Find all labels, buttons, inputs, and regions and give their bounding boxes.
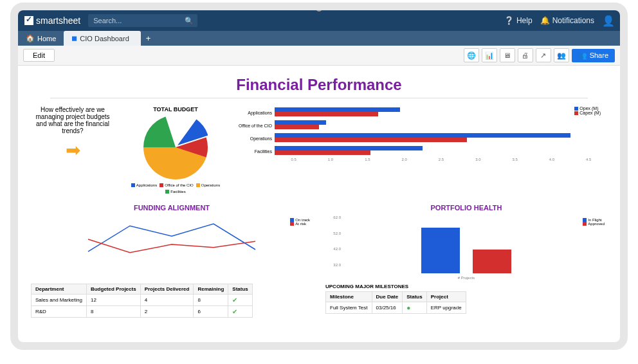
people-icon: 👥 [578, 51, 587, 60]
question-block: How effectively are we managing project … [31, 106, 114, 194]
add-tab-button[interactable]: + [141, 31, 156, 46]
table-header: Projects Delivered [140, 284, 194, 295]
home-icon: 🏠 [26, 34, 35, 42]
help-icon: ❔ [504, 16, 514, 25]
hbar-row: Facilities [237, 145, 607, 158]
search-input[interactable] [88, 14, 197, 27]
table-header: Project [426, 292, 466, 302]
brand-logo[interactable]: smartsheet [24, 15, 80, 26]
help-link[interactable]: ❔ Help [504, 16, 533, 25]
globe-icon[interactable]: 🌐 [464, 48, 479, 62]
avatar[interactable]: 👤 [602, 15, 614, 26]
status-ok-icon: ✔ [232, 296, 237, 304]
table-header: Status [228, 284, 252, 295]
table-header: Remaining [194, 284, 228, 295]
monitor-icon[interactable]: 🖥 [500, 48, 515, 62]
table-header: Due Date [372, 292, 403, 302]
funding-line-chart [31, 215, 313, 273]
milestones-title: UPCOMING MAJOR MILESTONES [325, 284, 607, 289]
total-budget-chart: TOTAL BUDGET [127, 106, 224, 194]
arrow-right-icon: ➡ [31, 140, 114, 161]
tab-cio-dashboard[interactable]: ◼ CIO Dashboard [64, 31, 140, 46]
portfolio-bar-chart: 62.052.042.032.0 In Flight Approved # Pr… [325, 215, 607, 273]
department-table-wrap: DepartmentBudgeted ProjectsProjects Deli… [31, 284, 313, 318]
question-text: How effectively are we managing project … [31, 106, 114, 134]
app-topbar: smartsheet 🔍 ❔ Help 🔔 Notifications 👤 [18, 10, 620, 31]
table-header: Status [403, 292, 426, 302]
milestones-table-wrap: UPCOMING MAJOR MILESTONES MilestoneDue D… [325, 284, 607, 318]
people-icon[interactable]: 👥 [554, 48, 569, 62]
tabbar: 🏠 Home ◼ CIO Dashboard + [18, 31, 620, 46]
print-icon[interactable]: 🖨 [518, 48, 533, 62]
bell-icon: 🔔 [540, 16, 550, 25]
publish-icon[interactable]: ↗ [536, 48, 551, 62]
status-ok-icon: ● [406, 304, 410, 311]
share-button[interactable]: 👥 Share [572, 49, 615, 62]
activity-icon[interactable]: 📊 [482, 48, 497, 62]
hbar-row: Office of the CIO [237, 119, 607, 132]
table-row[interactable]: Full System Test03/25/16●ERP upgrade [326, 302, 466, 314]
table-header: Department [32, 284, 87, 295]
page-title: Financial Performance [31, 76, 607, 94]
dashboard-icon: ◼ [71, 34, 77, 42]
pie-legend: Applications Office of the CIO Operation… [127, 183, 224, 194]
table-row[interactable]: Sales and Marketing1248✔ [32, 295, 253, 306]
milestones-table: MilestoneDue DateStatusProject Full Syst… [325, 291, 466, 314]
dashboard-content: Financial Performance How effectively ar… [18, 66, 620, 342]
table-header: Budgeted Projects [86, 284, 140, 295]
department-table: DepartmentBudgeted ProjectsProjects Deli… [31, 284, 253, 318]
hbar-row: Operations [237, 132, 607, 145]
hbar-row: Applications [237, 106, 607, 119]
table-header: Milestone [326, 292, 372, 302]
check-icon [24, 16, 33, 25]
funding-alignment-panel: FUNDING ALIGNMENT On track At risk [31, 204, 313, 273]
notifications-link[interactable]: 🔔 Notifications [540, 16, 594, 25]
opex-capex-chart: Opex (M) Capex (M) Applications Office o… [237, 106, 607, 194]
table-row[interactable]: R&D826✔ [32, 306, 253, 318]
budget-title: TOTAL BUDGET [127, 106, 224, 113]
toolbar: Edit 🌐 📊 🖥 🖨 ↗ 👥 👥 Share [18, 46, 620, 66]
pie-chart [143, 115, 208, 179]
status-ok-icon: ✔ [232, 308, 237, 315]
edit-button[interactable]: Edit [23, 49, 55, 62]
tab-home[interactable]: 🏠 Home [18, 31, 64, 46]
portfolio-health-panel: PORTFOLIO HEALTH 62.052.042.032.0 In Fli… [325, 204, 607, 273]
search-icon[interactable]: 🔍 [185, 17, 194, 25]
brand-name: smartsheet [36, 15, 80, 26]
